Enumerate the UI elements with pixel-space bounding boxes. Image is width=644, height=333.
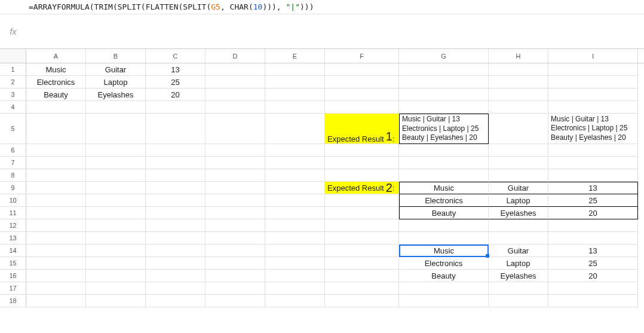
cell-f16[interactable]	[325, 270, 399, 282]
cell-c17[interactable]	[146, 282, 206, 295]
col-header-d[interactable]: D	[206, 49, 265, 63]
cell-g10[interactable]: Electronics	[399, 194, 489, 207]
cell-h1[interactable]	[489, 63, 548, 76]
col-header-e[interactable]: E	[265, 49, 325, 63]
row-header-1[interactable]: 1	[0, 63, 26, 76]
cell-i7[interactable]	[548, 157, 638, 169]
cell-i5[interactable]: Music | Guitar | 13 Electronics | Laptop…	[548, 114, 638, 144]
row-header-9[interactable]: 9	[0, 182, 26, 194]
row-header-15[interactable]: 15	[0, 257, 26, 270]
cell-i16[interactable]: 20	[548, 270, 638, 282]
cell-h10[interactable]: Laptop	[489, 194, 548, 207]
cell-c18[interactable]	[146, 295, 206, 307]
cell-b16[interactable]	[86, 270, 146, 282]
cell-b1[interactable]: Guitar	[86, 63, 146, 76]
cell-e5[interactable]	[265, 114, 325, 144]
cell-e8[interactable]	[265, 169, 325, 182]
cell-d9[interactable]	[206, 182, 265, 194]
cell-g12[interactable]	[399, 219, 489, 232]
col-header-f[interactable]: F	[325, 49, 399, 63]
cell-b3[interactable]: Eyelashes	[86, 88, 146, 101]
cell-f14[interactable]	[325, 245, 399, 257]
cell-i9[interactable]: 13	[548, 182, 638, 194]
cell-b11[interactable]	[86, 207, 146, 219]
cell-a3[interactable]: Beauty	[26, 88, 86, 101]
cell-f11[interactable]	[325, 207, 399, 219]
row-header-6[interactable]: 6	[0, 144, 26, 157]
cell-a2[interactable]: Electronics	[26, 76, 86, 88]
cell-i11[interactable]: 20	[548, 207, 638, 219]
row-header-12[interactable]: 12	[0, 219, 26, 232]
cell-g3[interactable]	[399, 88, 489, 101]
cell-f10[interactable]	[325, 194, 399, 207]
cell-f2[interactable]	[325, 76, 399, 88]
cell-e18[interactable]	[265, 295, 325, 307]
row-header-10[interactable]: 10	[0, 194, 26, 207]
cell-f9[interactable]: Expected Result 2:	[325, 182, 399, 194]
cell-i1[interactable]	[548, 63, 638, 76]
cell-h3[interactable]	[489, 88, 548, 101]
cell-d6[interactable]	[206, 144, 265, 157]
cell-e16[interactable]	[265, 270, 325, 282]
col-header-b[interactable]: B	[86, 49, 146, 63]
cell-f13[interactable]	[325, 232, 399, 245]
cell-h7[interactable]	[489, 157, 548, 169]
cell-f18[interactable]	[325, 295, 399, 307]
cell-f12[interactable]	[325, 219, 399, 232]
cell-g4[interactable]	[399, 101, 489, 114]
cell-c6[interactable]	[146, 144, 206, 157]
cell-c11[interactable]	[146, 207, 206, 219]
cell-h14[interactable]: Guitar	[489, 245, 548, 257]
col-header-i[interactable]: I	[548, 49, 638, 63]
cell-d13[interactable]	[206, 232, 265, 245]
col-header-h[interactable]: H	[489, 49, 548, 63]
cell-i15[interactable]: 25	[548, 257, 638, 270]
cell-g2[interactable]	[399, 76, 489, 88]
cell-f4[interactable]	[325, 101, 399, 114]
cell-g13[interactable]	[399, 232, 489, 245]
row-header-14[interactable]: 14	[0, 245, 26, 257]
cell-b10[interactable]	[86, 194, 146, 207]
cell-d4[interactable]	[206, 101, 265, 114]
formula-display[interactable]: =ARRAYFORMULA(TRIM(SPLIT(FLATTEN(SPLIT(G…	[26, 2, 314, 11]
cell-c14[interactable]	[146, 245, 206, 257]
cell-g8[interactable]	[399, 169, 489, 182]
cell-i14[interactable]: 13	[548, 245, 638, 257]
cell-c8[interactable]	[146, 169, 206, 182]
cell-e7[interactable]	[265, 157, 325, 169]
cell-e2[interactable]	[265, 76, 325, 88]
cell-d15[interactable]	[206, 257, 265, 270]
cell-g15[interactable]: Electronics	[399, 257, 489, 270]
cell-a9[interactable]	[26, 182, 86, 194]
row-header-3[interactable]: 3	[0, 88, 26, 101]
cell-a1[interactable]: Music	[26, 63, 86, 76]
cell-h12[interactable]	[489, 219, 548, 232]
cell-h11[interactable]: Eyelashes	[489, 207, 548, 219]
cell-g16[interactable]: Beauty	[399, 270, 489, 282]
cell-a15[interactable]	[26, 257, 86, 270]
cell-g11[interactable]: Beauty	[399, 207, 489, 219]
cell-c5[interactable]	[146, 114, 206, 144]
cell-a16[interactable]	[26, 270, 86, 282]
cell-d14[interactable]	[206, 245, 265, 257]
row-header-8[interactable]: 8	[0, 169, 26, 182]
row-header-13[interactable]: 13	[0, 232, 26, 245]
cell-c3[interactable]: 20	[146, 88, 206, 101]
row-header-2[interactable]: 2	[0, 76, 26, 88]
cell-e14[interactable]	[265, 245, 325, 257]
cell-b7[interactable]	[86, 157, 146, 169]
col-header-a[interactable]: A	[26, 49, 86, 63]
cell-e6[interactable]	[265, 144, 325, 157]
cell-i6[interactable]	[548, 144, 638, 157]
cell-a12[interactable]	[26, 219, 86, 232]
cell-e15[interactable]	[265, 257, 325, 270]
cell-h8[interactable]	[489, 169, 548, 182]
row-header-7[interactable]: 7	[0, 157, 26, 169]
cell-g7[interactable]	[399, 157, 489, 169]
cell-a10[interactable]	[26, 194, 86, 207]
cell-h16[interactable]: Eyelashes	[489, 270, 548, 282]
cell-d8[interactable]	[206, 169, 265, 182]
cell-e12[interactable]	[265, 219, 325, 232]
cell-c4[interactable]	[146, 101, 206, 114]
cell-e11[interactable]	[265, 207, 325, 219]
